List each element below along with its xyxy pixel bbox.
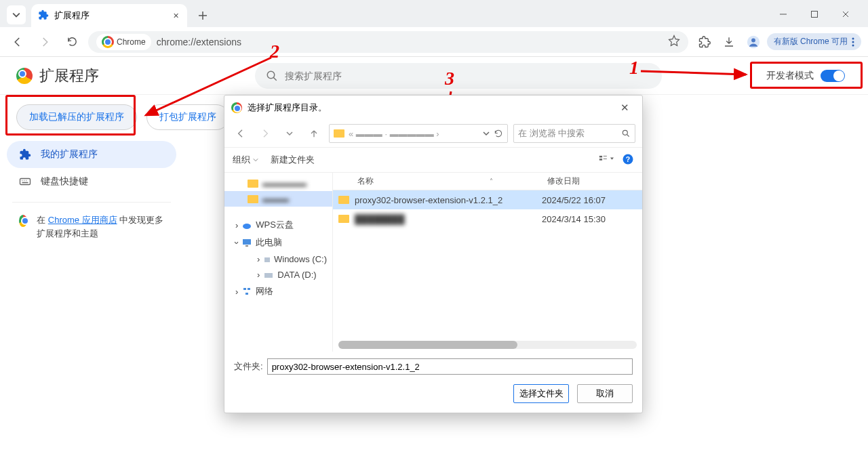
folder-icon [338, 215, 349, 223]
forward-button[interactable] [34, 31, 56, 53]
file-date: 2024/5/22 16:07 [542, 195, 637, 205]
bookmark-star-button[interactable] [668, 35, 680, 49]
tree-item-this-pc[interactable]: ›此电脑 [224, 234, 332, 251]
folder-picker-dialog: 选择扩展程序目录。 ✕ « ▬▬▬ · ▬▬▬▬▬ › 在 浏览器 中搜索 组织… [224, 95, 643, 413]
dialog-dropdown-button[interactable] [280, 124, 299, 143]
tree-item-wps[interactable]: ›WPS云盘 [224, 216, 332, 234]
downloads-button[interactable] [718, 31, 740, 53]
close-window-button[interactable] [830, 4, 861, 24]
file-name: ████████ [355, 214, 536, 224]
reload-button[interactable] [61, 31, 83, 53]
chrome-logo-icon [102, 36, 114, 48]
profile-button[interactable] [743, 31, 764, 53]
svg-rect-10 [599, 159, 602, 161]
tree-item[interactable]: ▬▬▬ [224, 191, 332, 207]
tree-item-drive-c[interactable]: ›Windows (C:) [224, 251, 332, 267]
load-unpacked-button[interactable]: 加载已解压的扩展程序 [16, 104, 137, 130]
drive-icon [264, 271, 273, 279]
list-header[interactable]: 名称 ˄ 修改日期 [333, 173, 642, 190]
dialog-back-button[interactable] [231, 124, 250, 143]
chrome-webstore-link[interactable]: Chrome 应用商店 [48, 215, 117, 225]
address-bar: Chrome chrome://extensions 有新版 Chrome 可用 [0, 27, 868, 57]
svg-rect-21 [248, 288, 250, 290]
keyboard-icon [19, 175, 31, 188]
folder-icon [334, 129, 344, 138]
sidebar-webstore-promo: 在 Chrome 应用商店 中发现更多扩展程序和主题 [7, 209, 176, 240]
chrome-chip-label: Chrome [117, 37, 146, 47]
annotation-number-2: 2 [270, 41, 279, 62]
dialog-nav-row: « ▬▬▬ · ▬▬▬▬▬ › 在 浏览器 中搜索 [224, 120, 642, 147]
svg-point-6 [267, 71, 275, 79]
dialog-title: 选择扩展程序目录。 [248, 102, 327, 114]
new-folder-button[interactable]: 新建文件夹 [271, 154, 315, 166]
dialog-toolbar: 组织 新建文件夹 ? [224, 147, 642, 173]
svg-rect-16 [243, 239, 251, 245]
list-row[interactable]: ████████ 2024/3/14 15:30 [333, 209, 642, 228]
cancel-button[interactable]: 取消 [577, 384, 633, 403]
tree-item-network[interactable]: ›网络 [224, 283, 332, 300]
new-tab-button[interactable] [194, 7, 212, 24]
pack-extension-button[interactable]: 打包扩展程序 [146, 104, 229, 130]
window-controls [768, 4, 861, 24]
horizontal-scrollbar[interactable] [338, 341, 637, 349]
search-input[interactable] [285, 70, 651, 81]
dialog-breadcrumb-path[interactable]: « ▬▬▬ · ▬▬▬▬▬ › [329, 124, 508, 143]
extensions-menu-button[interactable] [694, 31, 715, 53]
url-text: chrome://extensions [157, 37, 241, 47]
organize-menu[interactable]: 组织 [233, 154, 258, 166]
svg-point-8 [623, 130, 627, 135]
network-icon [242, 287, 252, 296]
svg-rect-7 [20, 179, 31, 185]
dialog-search-box[interactable]: 在 浏览器 中搜索 [513, 124, 635, 143]
svg-rect-0 [812, 12, 818, 18]
svg-point-2 [751, 38, 755, 42]
dialog-folder-tree: ▬▬▬▬▬ ▬▬▬ ›WPS云盘 ›此电脑 ›Windows (C:) ›DAT… [224, 173, 333, 352]
refresh-icon[interactable] [494, 129, 503, 138]
view-menu-button[interactable] [599, 154, 614, 167]
select-folder-button[interactable]: 选择文件夹 [513, 384, 569, 403]
tab-close-button[interactable]: ✕ [171, 11, 180, 20]
help-button[interactable]: ? [622, 153, 634, 167]
toggle-switch[interactable] [821, 70, 845, 82]
extensions-header: 扩展程序 开发者模式 [0, 57, 868, 95]
update-label: 有新版 Chrome 可用 [774, 36, 848, 47]
developer-mode-toggle[interactable]: 开发者模式 [760, 66, 852, 86]
developer-mode-label: 开发者模式 [766, 70, 814, 82]
site-info-chip[interactable]: Chrome [96, 34, 151, 50]
sidebar-item-my-extensions[interactable]: 我的扩展程序 [7, 141, 176, 168]
chrome-logo-icon [16, 68, 33, 84]
chrome-update-button[interactable]: 有新版 Chrome 可用 [767, 33, 861, 50]
back-button[interactable] [7, 31, 28, 53]
sidebar-item-shortcuts[interactable]: 键盘快捷键 [7, 168, 176, 195]
list-row[interactable]: proxy302-browser-extension-v1.2.1_2 2024… [333, 190, 642, 209]
maximize-button[interactable] [799, 4, 830, 24]
promo-text: 在 Chrome 应用商店 中发现更多扩展程序和主题 [37, 213, 164, 240]
svg-rect-11 [604, 155, 607, 156]
tree-item[interactable]: ▬▬▬▬▬ [224, 175, 332, 191]
browser-tab[interactable]: 扩展程序 ✕ [31, 4, 187, 27]
chrome-logo-icon [231, 102, 242, 113]
chevron-down-icon[interactable] [483, 130, 490, 137]
dialog-search-placeholder: 在 浏览器 中搜索 [518, 127, 585, 140]
sidebar-item-label: 键盘快捷键 [41, 175, 88, 188]
minimize-button[interactable] [768, 4, 799, 24]
folder-icon [338, 196, 349, 204]
svg-rect-18 [264, 257, 270, 262]
sidebar-divider [12, 202, 171, 203]
tab-search-button[interactable] [7, 5, 26, 24]
sidebar-item-label: 我的扩展程序 [41, 148, 98, 161]
tab-title: 扩展程序 [54, 9, 90, 22]
folder-name-input[interactable] [267, 358, 633, 375]
svg-point-5 [852, 44, 854, 46]
search-extensions-box[interactable] [255, 63, 662, 89]
column-name[interactable]: 名称 [333, 175, 490, 187]
dialog-up-button[interactable] [304, 124, 323, 143]
tree-item-drive-d[interactable]: ›DATA (D:) [224, 267, 332, 283]
file-date: 2024/3/14 15:30 [542, 214, 637, 224]
dialog-forward-button[interactable] [256, 124, 275, 143]
dialog-title-bar[interactable]: 选择扩展程序目录。 ✕ [224, 96, 642, 120]
url-box[interactable]: Chrome chrome://extensions [88, 31, 688, 53]
cloud-icon [242, 220, 252, 230]
column-date[interactable]: 修改日期 [547, 175, 642, 187]
dialog-close-button[interactable]: ✕ [614, 98, 635, 117]
